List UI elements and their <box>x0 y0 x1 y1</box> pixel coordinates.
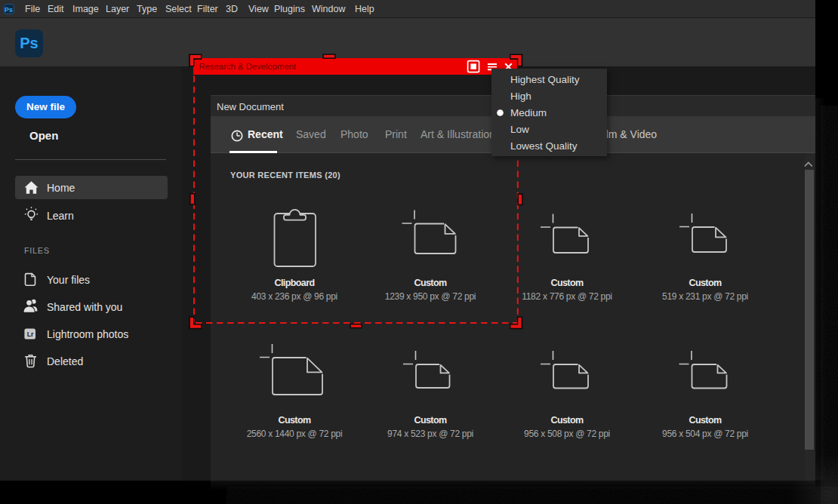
svg-text:Research & Development: Research & Development <box>199 62 297 71</box>
